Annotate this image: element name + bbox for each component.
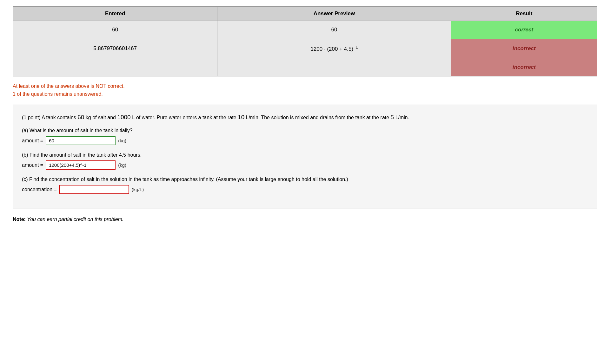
results-table: Entered Answer Preview Result 60 60 corr… <box>13 6 597 76</box>
part-c-label: (c) Find the concentration of salt in th… <box>22 177 588 182</box>
part-a: (a) What is the amount of salt in the ta… <box>22 128 588 145</box>
result-value-1: correct <box>451 21 597 39</box>
part-a-field-label: amount = <box>22 138 43 144</box>
part-c-unit: (kg/L) <box>132 187 144 192</box>
table-row: incorrect <box>13 58 597 76</box>
part-c: (c) Find the concentration of salt in th… <box>22 177 588 194</box>
preview-value-2: 1200 · (200 + 4.5)−1 <box>217 39 451 58</box>
part-b-label: (b) Find the amount of salt in the tank … <box>22 152 588 158</box>
entered-value-1: 60 <box>13 21 217 39</box>
part-b-unit: (kg) <box>118 162 126 168</box>
table-row: 5.8679706601467 1200 · (200 + 4.5)−1 inc… <box>13 39 597 58</box>
problem-intro: (1 point) A tank contains 60 kg of salt … <box>22 113 588 122</box>
part-c-field-label: concentration = <box>22 187 57 192</box>
note: Note: You can earn partial credit on thi… <box>13 217 597 222</box>
part-a-input[interactable] <box>46 136 116 145</box>
problem-box: (1 point) A tank contains 60 kg of salt … <box>13 105 597 209</box>
part-a-unit: (kg) <box>118 138 126 143</box>
header-preview: Answer Preview <box>217 7 451 21</box>
part-a-label: (a) What is the amount of salt in the ta… <box>22 128 588 133</box>
part-b-input[interactable] <box>46 160 116 170</box>
part-c-input[interactable] <box>59 185 129 194</box>
part-b-field-label: amount = <box>22 162 43 168</box>
header-entered: Entered <box>13 7 217 21</box>
table-row: 60 60 correct <box>13 21 597 39</box>
preview-value-3 <box>217 58 451 76</box>
preview-value-1: 60 <box>217 21 451 39</box>
status-messages: At least one of the answers above is NOT… <box>13 82 597 98</box>
entered-value-2: 5.8679706601467 <box>13 39 217 58</box>
status-line-2: 1 of the questions remains unanswered. <box>13 90 597 98</box>
status-line-1: At least one of the answers above is NOT… <box>13 82 597 90</box>
result-value-3: incorrect <box>451 58 597 76</box>
entered-value-3 <box>13 58 217 76</box>
part-b: (b) Find the amount of salt in the tank … <box>22 152 588 170</box>
header-result: Result <box>451 7 597 21</box>
result-value-2: incorrect <box>451 39 597 58</box>
